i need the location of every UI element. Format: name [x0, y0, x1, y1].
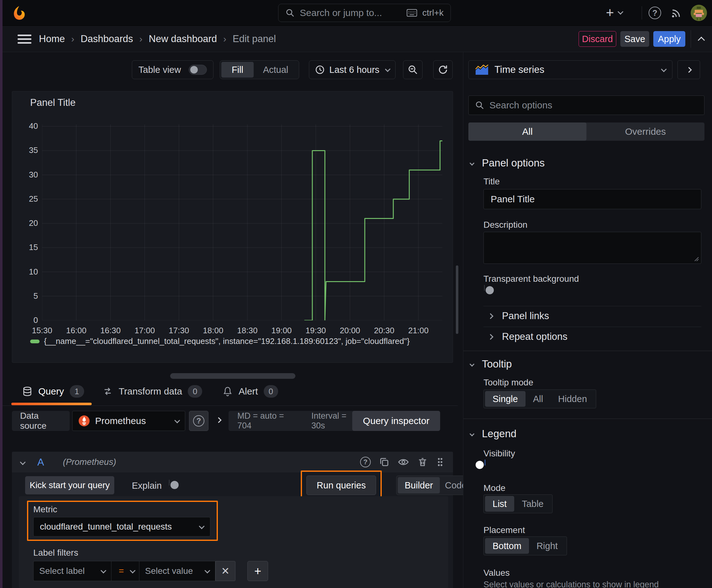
window-edge-strip: [0, 0, 2, 588]
metric-select[interactable]: cloudflared_tunnel_total_requests: [33, 517, 210, 537]
tab-alert-label: Alert: [239, 386, 258, 397]
explain-label: Explain: [132, 481, 162, 491]
refresh-button[interactable]: [433, 60, 453, 79]
legend-placement-right[interactable]: Right: [529, 538, 565, 554]
run-queries-button[interactable]: Run queries: [306, 476, 376, 495]
chart-panel: Panel Title 0510152025303540 15:3016:001…: [12, 91, 453, 363]
actual-option[interactable]: Actual: [254, 62, 298, 78]
tab-query-count: 1: [70, 385, 84, 398]
time-range-picker[interactable]: Last 6 hours: [309, 60, 395, 79]
legend-mode-table[interactable]: Table: [514, 496, 551, 512]
table-view-control: Table view: [132, 60, 214, 79]
tooltip-mode-hidden[interactable]: Hidden: [551, 391, 595, 407]
tooltip-header[interactable]: Tooltip: [470, 358, 512, 370]
breadcrumb-separator: ›: [139, 34, 143, 44]
user-avatar[interactable]: [691, 5, 707, 21]
zoom-out-button[interactable]: [403, 60, 423, 79]
clock-icon: [315, 65, 325, 75]
news-rss-icon[interactable]: [670, 7, 683, 19]
panel-description-input[interactable]: [483, 232, 701, 264]
breadcrumb-home[interactable]: Home: [39, 33, 65, 45]
breadcrumb-new-dashboard[interactable]: New dashboard: [149, 33, 217, 45]
chevron-down-icon: [174, 417, 180, 423]
transparent-bg-toggle[interactable]: [484, 285, 485, 291]
repeat-options-section[interactable]: Repeat options: [489, 331, 567, 342]
global-search-box[interactable]: Search or jump to... ctrl+k: [278, 4, 451, 22]
panel-links-section[interactable]: Panel links: [489, 310, 549, 322]
remove-filter-button[interactable]: ✕: [215, 561, 235, 581]
add-filter-button[interactable]: +: [247, 561, 268, 581]
time-series-plot[interactable]: [42, 124, 442, 320]
duplicate-query-icon[interactable]: [379, 457, 390, 467]
topbar-divider: [642, 6, 642, 19]
grafana-logo-icon[interactable]: [11, 5, 27, 21]
query-help-icon[interactable]: ?: [360, 457, 371, 467]
hide-query-icon[interactable]: [398, 456, 409, 468]
visualization-picker[interactable]: Time series: [468, 60, 672, 79]
kick-start-query-button[interactable]: Kick start your query: [25, 476, 114, 495]
select-label-dropdown[interactable]: Select label: [33, 561, 111, 581]
tooltip-title: Tooltip: [482, 358, 512, 370]
menu-toggle[interactable]: [18, 35, 31, 44]
search-icon: [285, 8, 295, 18]
divider: [483, 327, 701, 327]
query-stats-chip: MD = auto = 704 Interval = 30s: [229, 411, 370, 431]
table-view-toggle[interactable]: [189, 65, 207, 75]
legend-placement-bottom[interactable]: Bottom: [485, 538, 529, 554]
query-inspector-button[interactable]: Query inspector: [352, 411, 440, 431]
time-range-label: Last 6 hours: [329, 65, 380, 75]
collapse-options-button[interactable]: [699, 38, 704, 44]
discard-button[interactable]: Discard: [579, 31, 616, 47]
collapse-query-chevron[interactable]: [20, 459, 25, 465]
help-icon[interactable]: ?: [649, 6, 661, 19]
collapse-row-chevron[interactable]: [217, 418, 221, 423]
section-divider: [463, 418, 712, 419]
tab-transform[interactable]: Transform data 0: [102, 385, 202, 398]
options-search-box[interactable]: Search options: [468, 96, 705, 115]
query-tabs-bar: Query 1 Transform data 0 Alert 0: [2, 383, 458, 406]
datasource-name: Prometheus: [95, 416, 170, 426]
refresh-icon: [438, 64, 448, 75]
datasource-help-button[interactable]: ?: [189, 411, 209, 431]
delete-query-icon[interactable]: [417, 457, 428, 467]
tab-query[interactable]: Query 1: [22, 385, 84, 398]
legend-mode-list[interactable]: List: [485, 496, 514, 512]
panel-links-label: Panel links: [502, 310, 549, 322]
toggle-viz-picker-button[interactable]: [677, 60, 700, 79]
apply-button[interactable]: Apply: [653, 31, 685, 47]
panel-options-header[interactable]: Panel options: [470, 157, 545, 169]
select-value-placeholder: Select value: [145, 566, 201, 576]
legend-header[interactable]: Legend: [470, 428, 516, 440]
breadcrumb-dashboards[interactable]: Dashboards: [81, 33, 133, 45]
chevron-down-icon: [204, 568, 210, 573]
panel-title-input[interactable]: [491, 194, 694, 205]
query-row-header[interactable]: A (Prometheus) ?: [12, 452, 453, 472]
explain-toggle[interactable]: [169, 480, 170, 486]
panel-resize-handle[interactable]: [170, 373, 296, 379]
save-button[interactable]: Save: [620, 31, 649, 47]
tooltip-mode-single[interactable]: Single: [485, 391, 525, 407]
search-shortcut-label: ctrl+k: [422, 8, 444, 18]
resize-corner-icon[interactable]: [693, 256, 699, 261]
tab-alert[interactable]: Alert 0: [222, 385, 278, 398]
vertical-scrollbar-thumb[interactable]: [456, 266, 458, 334]
tab-overrides[interactable]: Overrides: [586, 123, 705, 141]
legend-visibility-toggle[interactable]: [485, 460, 486, 465]
tooltip-mode-all[interactable]: All: [525, 391, 551, 407]
operator-dropdown[interactable]: =: [111, 561, 139, 581]
legend-item[interactable]: {__name__="cloudflared_tunnel_total_requ…: [30, 336, 410, 346]
grafana-edit-panel-screen: Search or jump to... ctrl+k + ?: [0, 0, 712, 588]
legend-series-marker: [30, 339, 40, 343]
table-view-label: Table view: [138, 65, 181, 75]
top-nav-bar: Search or jump to... ctrl+k + ?: [2, 0, 712, 26]
fill-option[interactable]: Fill: [221, 62, 254, 78]
tooltip-mode-label: Tooltip mode: [483, 378, 533, 387]
select-value-dropdown[interactable]: Select value: [139, 561, 215, 581]
drag-handle-icon[interactable]: [436, 457, 444, 467]
label-filters-label: Label filters: [33, 548, 78, 558]
tab-all[interactable]: All: [468, 123, 586, 141]
builder-option[interactable]: Builder: [398, 477, 440, 493]
datasource-picker[interactable]: Prometheus: [72, 411, 185, 431]
new-menu-button[interactable]: +: [606, 6, 623, 19]
breadcrumb-separator: ›: [223, 34, 226, 44]
